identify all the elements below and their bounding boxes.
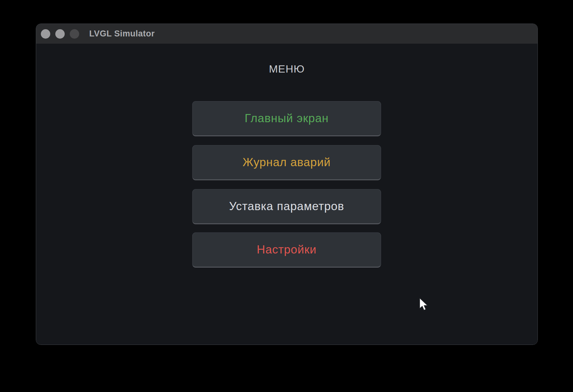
menu-button-parameter-setup[interactable]: Уставка параметров	[192, 189, 381, 224]
minimize-window-button[interactable]	[55, 29, 65, 39]
lvgl-simulator-window: LVGL Simulator МЕНЮ Главный экран Журнал…	[36, 24, 538, 345]
lvgl-screen: МЕНЮ Главный экран Журнал аварий Уставка…	[36, 44, 538, 345]
zoom-window-button[interactable]	[70, 29, 79, 39]
menu-button-settings[interactable]: Настройки	[192, 232, 381, 268]
window-title: LVGL Simulator	[89, 29, 155, 39]
window-titlebar: LVGL Simulator	[36, 24, 538, 44]
page-title: МЕНЮ	[36, 63, 538, 75]
close-window-button[interactable]	[41, 29, 50, 39]
menu-button-alarm-log[interactable]: Журнал аварий	[192, 145, 381, 180]
menu-button-main-screen[interactable]: Главный экран	[192, 101, 381, 136]
